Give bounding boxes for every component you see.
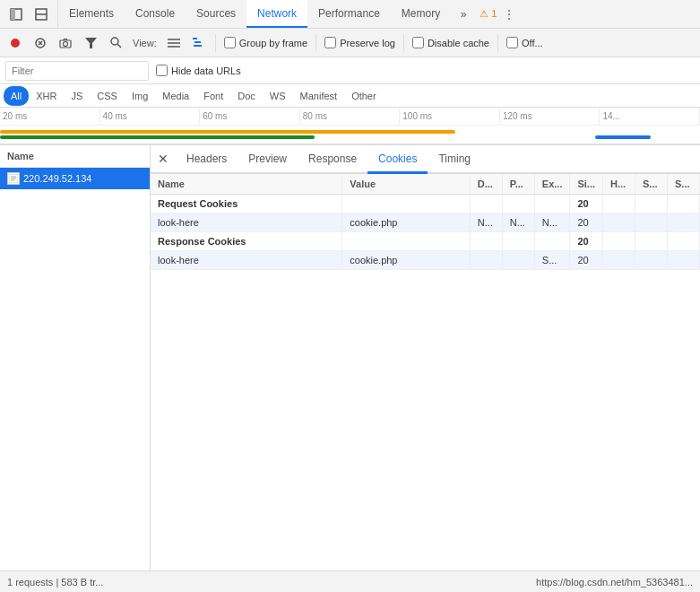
- section-value-empty-1: [342, 195, 471, 213]
- top-tab-bar: Elements Console Sources Network Perform…: [0, 0, 700, 29]
- cookie-d-2: [470, 251, 502, 270]
- col-header-value: Value: [342, 174, 471, 195]
- cookie-ex-1: N...: [534, 213, 570, 232]
- type-filter-js[interactable]: JS: [64, 86, 90, 106]
- type-filter-css[interactable]: CSS: [90, 86, 125, 106]
- filter-bar: Hide data URLs: [0, 57, 700, 84]
- cookie-si-1: 20: [570, 213, 603, 232]
- file-item-0[interactable]: 220.249.52.134: [0, 168, 150, 189]
- main-content: Name 220.249.52.134 ✕ Headers Preview Re…: [0, 145, 700, 570]
- svg-point-9: [64, 41, 68, 46]
- tab-cookies[interactable]: Cookies: [367, 145, 428, 174]
- cookie-ex-2: S...: [534, 251, 570, 270]
- section-s1-empty-2: [635, 232, 668, 251]
- section-si-response: 20: [570, 232, 603, 251]
- svg-rect-17: [194, 41, 201, 43]
- group-by-frame-checkbox[interactable]: Group by frame: [220, 37, 311, 48]
- section-h-empty-2: [603, 232, 635, 251]
- cookie-name-2: look-here: [151, 251, 342, 270]
- filter-button[interactable]: [79, 31, 102, 55]
- cookie-name-1: look-here: [151, 213, 342, 232]
- table-row[interactable]: look-here cookie.php N... N... N... 20: [151, 213, 700, 232]
- camera-button[interactable]: [54, 31, 77, 55]
- group-by-frame-input[interactable]: [224, 37, 236, 48]
- col-header-s1: S...: [635, 174, 668, 195]
- tick-1: 20 ms: [0, 108, 100, 125]
- tab-response[interactable]: Response: [298, 145, 367, 174]
- toolbar-divider-1: [215, 34, 216, 52]
- type-filter-media[interactable]: Media: [155, 86, 196, 106]
- table-row: Response Cookies 20: [151, 232, 700, 251]
- more-options-button[interactable]: ⋮: [497, 2, 522, 27]
- type-filter-doc[interactable]: Doc: [230, 86, 263, 106]
- disable-cache-checkbox[interactable]: Disable cache: [409, 37, 493, 48]
- col-header-s2: S...: [668, 174, 700, 195]
- svg-line-12: [117, 44, 121, 48]
- tab-elements[interactable]: Elements: [58, 0, 125, 28]
- cookies-table[interactable]: Name Value D... P... Ex... Si... H... S.…: [151, 174, 700, 570]
- disable-cache-input[interactable]: [412, 37, 424, 48]
- tab-sources[interactable]: Sources: [186, 0, 246, 28]
- offline-input[interactable]: [506, 37, 518, 48]
- hide-data-urls-input[interactable]: [156, 65, 168, 76]
- waterfall-view-button[interactable]: [187, 31, 211, 55]
- tab-headers[interactable]: Headers: [176, 145, 238, 174]
- toolbar-divider-4: [497, 34, 498, 52]
- record-button[interactable]: [4, 31, 27, 55]
- close-detail-button[interactable]: ✕: [154, 150, 172, 168]
- type-filter-font[interactable]: Font: [196, 86, 230, 106]
- col-header-d: D...: [470, 174, 502, 195]
- network-toolbar: View: Group by frame Preserve log Disabl…: [0, 29, 700, 57]
- search-button[interactable]: [104, 31, 127, 55]
- svg-marker-10: [85, 38, 97, 48]
- section-h-empty-1: [603, 195, 635, 213]
- tab-network[interactable]: Network: [246, 0, 307, 28]
- cookies-data-table: Name Value D... P... Ex... Si... H... S.…: [151, 174, 700, 270]
- cookie-h-2: [603, 251, 635, 270]
- cookie-value-1: cookie.php: [342, 213, 471, 232]
- preserve-log-input[interactable]: [324, 37, 336, 48]
- cookie-s1-2: [635, 251, 668, 270]
- tab-preview[interactable]: Preview: [238, 145, 298, 174]
- section-d-empty-2: [470, 232, 502, 251]
- type-filter-manifest[interactable]: Manifest: [293, 86, 345, 106]
- timeline-bar-yellow: [0, 130, 455, 134]
- cookie-value-2: cookie.php: [342, 251, 471, 270]
- warning-badge[interactable]: ⚠ 1: [480, 8, 497, 20]
- type-filter-img[interactable]: Img: [125, 86, 155, 106]
- section-name-response: Response Cookies: [151, 232, 342, 251]
- tab-timing[interactable]: Timing: [428, 145, 481, 174]
- timeline-bar-green: [0, 135, 315, 139]
- type-filter-other[interactable]: Other: [344, 86, 384, 106]
- tab-performance[interactable]: Performance: [307, 0, 391, 28]
- type-filter-xhr[interactable]: XHR: [29, 86, 64, 106]
- type-filter-ws[interactable]: WS: [263, 86, 293, 106]
- stop-button[interactable]: [29, 31, 52, 55]
- hide-data-urls-checkbox[interactable]: Hide data URLs: [156, 65, 241, 76]
- detail-panel: ✕ Headers Preview Response Cookies Timin…: [151, 145, 700, 570]
- type-filter-all[interactable]: All: [4, 86, 29, 106]
- section-p-empty-1: [502, 195, 534, 213]
- detail-tabs: ✕ Headers Preview Response Cookies Timin…: [151, 145, 700, 174]
- col-header-si: Si...: [570, 174, 603, 195]
- layout-icon[interactable]: [29, 2, 54, 27]
- status-right: https://blog.csdn.net/hm_5363481...: [536, 577, 693, 588]
- preserve-log-checkbox[interactable]: Preserve log: [321, 37, 399, 48]
- list-view-button[interactable]: [162, 31, 186, 55]
- top-tabs-list: Elements Console Sources Network Perform…: [58, 0, 451, 28]
- offline-checkbox[interactable]: Off...: [503, 37, 547, 48]
- filter-input[interactable]: [5, 61, 149, 81]
- view-label: View:: [133, 38, 157, 48]
- cookie-p-1: N...: [502, 213, 534, 232]
- cookie-si-2: 20: [570, 251, 603, 270]
- more-tabs-button[interactable]: »: [451, 2, 476, 27]
- devtools-icons: [0, 0, 58, 28]
- tab-console[interactable]: Console: [125, 0, 186, 28]
- section-s2-empty-1: [668, 195, 700, 213]
- dock-icon[interactable]: [4, 2, 29, 27]
- section-d-empty-1: [470, 195, 502, 213]
- tab-memory[interactable]: Memory: [391, 0, 451, 28]
- status-left: 1 requests | 583 B tr...: [7, 577, 103, 588]
- cookie-h-1: [603, 213, 635, 232]
- table-row[interactable]: look-here cookie.php S... 20: [151, 251, 700, 270]
